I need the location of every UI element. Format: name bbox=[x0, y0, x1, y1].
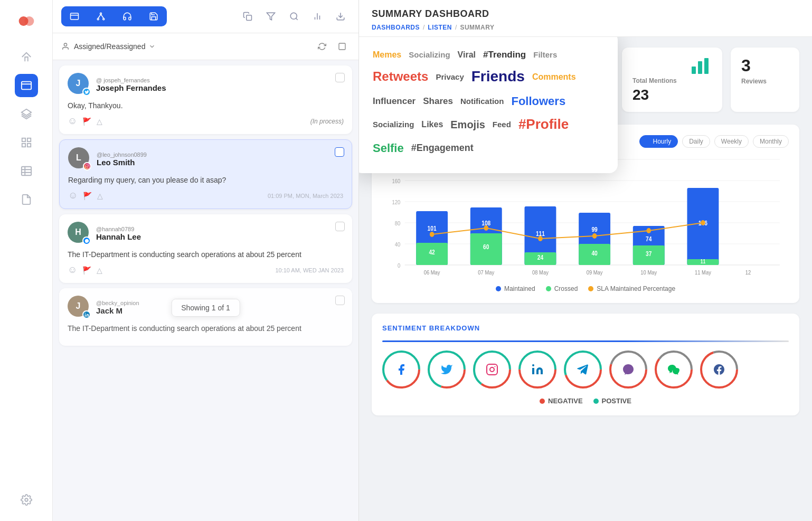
svg-text:40: 40 bbox=[395, 241, 401, 248]
refresh-btn[interactable] bbox=[314, 39, 330, 54]
message-footer: ☺ 🚩 △ 10:10 AM, WED JAN 2023 bbox=[68, 264, 344, 276]
svg-text:120: 120 bbox=[392, 199, 401, 205]
message-checkbox[interactable] bbox=[335, 296, 345, 305]
sidebar-item-settings[interactable] bbox=[15, 488, 38, 511]
message-card[interactable]: L @leo_johnson0899 Leo Smith Regarding m… bbox=[59, 139, 352, 209]
legend-maintained: Maintained bbox=[496, 285, 535, 292]
message-card[interactable]: J @ jospeh_fernandes Joseph Fernandes Ok… bbox=[59, 65, 352, 134]
sidebar-item-table[interactable] bbox=[15, 159, 38, 183]
emoji-action[interactable]: ☺ bbox=[68, 264, 77, 276]
metric-title: Total Mentions bbox=[632, 77, 712, 84]
message-footer: ☺ 🚩 △ 01:09 PM, MON, March 2023 bbox=[68, 190, 343, 201]
filter-action-btn[interactable] bbox=[261, 7, 280, 26]
filter-dropdown-btn[interactable]: Assigned/Reassigned bbox=[74, 42, 156, 51]
word-comments: Comments bbox=[532, 70, 576, 84]
svg-text:74: 74 bbox=[646, 235, 652, 242]
message-body: The IT-Department is conducting search o… bbox=[68, 323, 344, 334]
breadcrumb-sep2: / bbox=[455, 24, 457, 31]
headset-toolbar-btn[interactable] bbox=[114, 6, 140, 26]
message-card[interactable]: J @becky_opinion Jack M The IT-Departmen… bbox=[59, 288, 352, 346]
download-action-btn[interactable] bbox=[331, 7, 350, 26]
breadcrumb-listen[interactable]: LISTEN bbox=[428, 24, 452, 31]
message-checkbox[interactable] bbox=[335, 73, 345, 82]
message-footer: ☺ 🚩 △ (In process) bbox=[68, 116, 344, 127]
message-status: (In process) bbox=[310, 118, 344, 125]
word-privacy: Privacy bbox=[436, 71, 464, 83]
assign-action[interactable]: △ bbox=[97, 266, 102, 274]
linkedin-sentiment bbox=[518, 351, 556, 389]
assign-action[interactable]: △ bbox=[97, 192, 103, 200]
word-followers: Followers bbox=[511, 92, 565, 110]
word-profile: #Profile bbox=[518, 113, 569, 136]
svg-point-29 bbox=[84, 312, 86, 314]
monthly-label: Monthly bbox=[760, 138, 782, 145]
legend-sla: SLA Maintained Percentage bbox=[588, 285, 675, 292]
message-handle: @hannah0789 bbox=[96, 226, 344, 232]
message-checkbox[interactable] bbox=[335, 222, 345, 231]
select-all-btn[interactable] bbox=[334, 39, 350, 54]
assign-action[interactable]: △ bbox=[97, 117, 102, 126]
negative-legend: NEGATIVE bbox=[540, 397, 583, 405]
svg-rect-30 bbox=[692, 67, 696, 74]
svg-rect-25 bbox=[339, 43, 345, 50]
sidebar-item-grid[interactable] bbox=[15, 131, 38, 154]
sidebar-item-inbox[interactable] bbox=[15, 74, 38, 97]
svg-rect-31 bbox=[698, 61, 702, 74]
filter-label: Assigned/Reassigned bbox=[74, 42, 145, 51]
monthly-btn[interactable]: Monthly bbox=[753, 135, 789, 148]
platform-badge bbox=[82, 88, 91, 96]
sidebar-item-layers[interactable] bbox=[15, 102, 38, 126]
message-meta: @ jospeh_fernandes Joseph Fernandes bbox=[96, 77, 344, 92]
svg-rect-7 bbox=[27, 144, 30, 147]
svg-point-28 bbox=[88, 165, 89, 165]
message-header: J @ jospeh_fernandes Joseph Fernandes bbox=[68, 73, 344, 96]
reviews-card: 3 Reviews bbox=[731, 48, 799, 112]
svg-rect-2 bbox=[21, 82, 31, 90]
message-header: H @hannah0789 Hannah Lee bbox=[68, 222, 344, 245]
svg-text:40: 40 bbox=[591, 250, 597, 257]
platform-badge bbox=[82, 236, 91, 245]
flag-action[interactable]: 🚩 bbox=[82, 266, 91, 274]
message-list: J @ jospeh_fernandes Joseph Fernandes Ok… bbox=[53, 60, 358, 521]
svg-point-18 bbox=[290, 13, 297, 19]
right-panel: SUMMARY DASHBOARD DASHBOARDS / LISTEN / … bbox=[359, 0, 812, 521]
message-name: Hannah Lee bbox=[96, 232, 344, 241]
inbox-toolbar-btn[interactable] bbox=[61, 6, 88, 26]
message-body: The IT-Department is conducting search o… bbox=[68, 249, 344, 260]
svg-point-1 bbox=[24, 16, 34, 26]
legend-crossed: Crossed bbox=[546, 285, 578, 292]
word-selfie: Selfie bbox=[373, 139, 404, 157]
emoji-action[interactable]: ☺ bbox=[68, 116, 77, 127]
word-retweets: Retweets bbox=[373, 67, 428, 87]
emoji-action[interactable]: ☺ bbox=[68, 190, 78, 201]
message-card[interactable]: H @hannah0789 Hannah Lee The IT-Departme… bbox=[59, 214, 352, 283]
dashboard-title: SUMMARY DASHBOARD bbox=[372, 8, 799, 20]
copy-action-btn[interactable] bbox=[238, 7, 257, 26]
flag-action[interactable]: 🚩 bbox=[83, 192, 92, 200]
svg-text:24: 24 bbox=[537, 254, 544, 261]
hourly-btn[interactable]: Hourly bbox=[639, 135, 678, 148]
chart-legend: Maintained Crossed SLA Maintained Percen… bbox=[382, 285, 789, 292]
svg-text:37: 37 bbox=[646, 250, 652, 257]
svg-point-11 bbox=[100, 13, 102, 14]
svg-rect-6 bbox=[22, 144, 25, 147]
weekly-btn[interactable]: Weekly bbox=[714, 135, 749, 148]
avatar-wrap: H bbox=[68, 222, 91, 245]
sidebar-item-home[interactable] bbox=[15, 45, 38, 69]
breadcrumb-dashboards[interactable]: DASHBOARDS bbox=[372, 24, 420, 31]
chart-action-btn[interactable] bbox=[308, 7, 327, 26]
daily-btn[interactable]: Daily bbox=[682, 135, 710, 148]
search-action-btn[interactable] bbox=[285, 7, 304, 26]
flag-action[interactable]: 🚩 bbox=[82, 117, 91, 126]
positive-legend: POSTIVE bbox=[593, 397, 631, 405]
bar-chart-icon bbox=[691, 56, 712, 75]
showing-tooltip: Showing 1 of 1 bbox=[171, 299, 240, 317]
save-toolbar-btn[interactable] bbox=[140, 6, 167, 26]
message-checkbox[interactable] bbox=[335, 147, 344, 157]
network-toolbar-btn[interactable] bbox=[88, 6, 114, 26]
other-sentiment bbox=[700, 351, 738, 389]
svg-rect-32 bbox=[704, 58, 709, 74]
word-emojis: Emojis bbox=[450, 116, 485, 133]
sidebar-item-document[interactable] bbox=[15, 188, 38, 211]
svg-text:11: 11 bbox=[701, 259, 706, 264]
